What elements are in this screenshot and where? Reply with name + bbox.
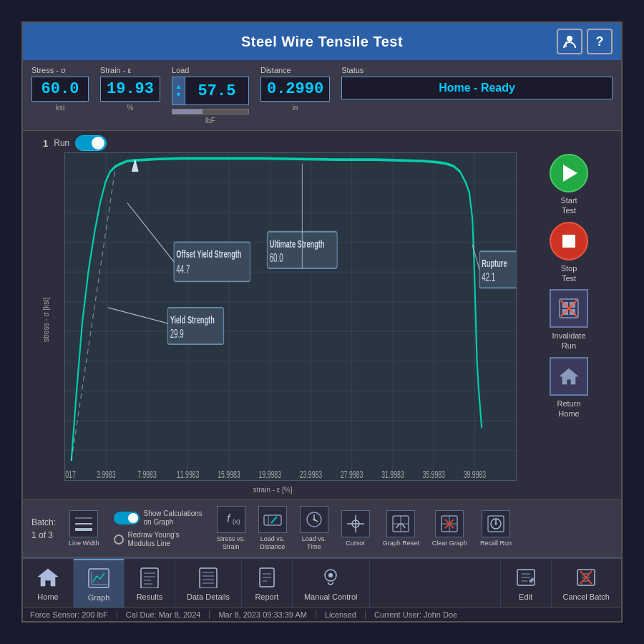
stress-label: Stress - σ [31,66,89,74]
load-time-icon [300,506,328,533]
load-distance-icon [258,506,287,533]
user-icon-button[interactable] [557,29,582,54]
svg-text:35.9983: 35.9983 [423,468,446,480]
results-nav-icon [136,565,163,590]
batch-label: Batch: [31,516,56,529]
run-toggle[interactable] [75,135,107,151]
nav-results-label: Results [137,592,163,601]
recall-run-label: Recall Run [480,540,512,547]
svg-point-0 [567,36,572,42]
show-calc-knob [128,513,138,523]
batch-progress: 1 of 3 [31,529,56,542]
load-distance-button[interactable]: Load vs. Distance [255,504,290,552]
svg-text:29.9: 29.9 [170,327,184,340]
svg-rect-106 [200,568,217,588]
nav-data-details[interactable]: Data Details [175,559,242,608]
load-time-button[interactable]: Load vs. Time [297,504,331,552]
svg-text:Offset Yield Strength: Offset Yield Strength [176,248,241,260]
nav-graph-label: Graph [88,593,110,602]
return-home-icon [550,357,588,396]
svg-point-116 [328,573,333,577]
strain-value: 19.93 [100,77,160,102]
load-time-label: Load vs. Time [302,535,326,551]
svg-text:15.9983: 15.9983 [218,468,240,480]
distance-value: 0.2990 [260,77,330,102]
redraw-young-radio[interactable] [114,535,124,545]
graph-reset-icon [386,510,415,537]
redraw-young-label: Redraw Young's Modulus Line [128,531,180,548]
load-up-arrow[interactable]: ▲ [172,83,185,91]
stress-value: 60.0 [31,77,89,102]
svg-text:Ultimate Strength: Ultimate Strength [270,237,325,250]
clear-graph-label: Clear Graph [432,540,467,547]
stress-strain-icon: f (x) [217,506,245,533]
help-icon-button[interactable]: ? [587,29,613,54]
measurements-row: Stress - σ 60.0 ksi Strain - ε 19.93 % L… [23,60,621,131]
show-calc-toggle-switch[interactable] [114,512,140,525]
play-icon [563,165,577,182]
nav-graph[interactable]: Graph [74,559,125,608]
graph-svg: 60.4 54.3 48.2 42.1 36.0 29.9 23.8 17.7 … [65,153,516,480]
status-licensed: Licensed [325,610,366,619]
svg-text:60.0: 60.0 [270,251,283,264]
manual-control-nav-icon [317,565,344,590]
strain-group: Strain - ε 19.93 % [100,66,160,112]
svg-text:39.9983: 39.9983 [464,468,487,480]
nav-data-details-label: Data Details [187,592,230,601]
nav-edit[interactable]: Edit [500,559,551,608]
y-axis-label: stress - σ [ksi] [42,308,50,342]
distance-unit: in [260,104,330,112]
stress-strain-button[interactable]: f (x) Stress vs. Strain [214,504,248,552]
stop-test-button[interactable]: Stop Test [522,222,615,284]
load-value: 57.5 [185,77,249,105]
svg-text:42.1: 42.1 [482,271,495,284]
line-width-button[interactable]: Line Width [66,509,102,549]
clear-graph-button[interactable]: Clear Graph [429,509,470,549]
recall-run-button[interactable]: Recall Run [477,509,514,549]
load-down-arrow[interactable]: ▼ [172,91,185,99]
main-content: 1 Run stress - σ [ksi] [23,131,621,499]
stress-group: Stress - σ 60.0 ksi [31,66,89,112]
svg-text:27.9983: 27.9983 [341,468,364,480]
run-number: 1 [43,138,48,149]
nav-report-label: Report [255,592,278,601]
edit-nav-icon [512,565,540,590]
nav-home[interactable]: Home [23,559,74,608]
data-details-nav-icon [195,565,222,590]
redraw-young-toggle[interactable]: Redraw Young's Modulus Line [114,531,203,548]
run-label: Run [54,138,69,148]
svg-text:3.9983: 3.9983 [97,468,116,480]
svg-text:(x): (x) [233,518,240,525]
batch-info: Batch: 1 of 3 [31,516,56,542]
invalidate-run-icon [550,289,588,328]
show-calculations-toggle[interactable]: Show Calculations on Graph [114,509,203,527]
status-bar: Force Sensor: 200 lbF Cal Due: Mar 8, 20… [23,608,621,621]
svg-text:7.9983: 7.9983 [137,468,157,480]
toggle-knob [92,137,104,150]
load-unit: lbF [172,117,249,125]
svg-rect-4 [65,153,516,480]
graph-section: 1 Run stress - σ [ksi] [29,134,517,497]
x-axis-label: strain - ε [%] [253,486,292,494]
invalidate-run-label: Invalidate Run [552,331,585,351]
return-home-button[interactable]: Return Home [522,357,615,419]
nav-results[interactable]: Results [125,559,175,608]
graph-reset-button[interactable]: Graph Reset [380,509,422,549]
start-test-button[interactable]: Start Test [522,154,615,216]
svg-text:31.9983: 31.9983 [381,468,404,480]
load-arrows[interactable]: ▲ ▼ [172,77,185,105]
report-nav-icon [253,565,280,590]
controls-section: Start Test Stop Test [522,134,615,497]
nav-manual-control[interactable]: Manual Control [293,559,370,608]
load-bar-fill [172,109,203,114]
cursor-label: Cursor [346,540,365,547]
bottom-toolbar: Batch: 1 of 3 Line Width Show Calculatio… [23,499,621,557]
run-row: 1 Run [29,134,517,152]
page-title: Steel Wire Tensile Test [241,34,403,50]
nav-bar: Home Graph [23,557,621,608]
load-group: Load ▲ ▼ 57.5 lbF [172,66,249,125]
nav-report[interactable]: Report [242,559,293,608]
cursor-button[interactable]: Cursor [338,509,373,549]
nav-cancel-batch[interactable]: Cancel Batch [551,559,621,608]
invalidate-run-button[interactable]: Invalidate Run [522,289,615,351]
